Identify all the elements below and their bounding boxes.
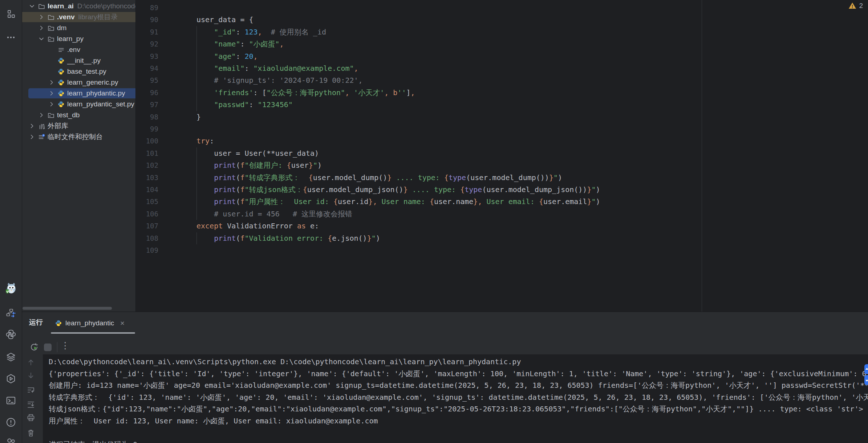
- chevron-right-icon[interactable]: [47, 101, 56, 108]
- tree-item-label: __init__.py: [67, 57, 101, 65]
- more-options-icon[interactable]: ⋮: [61, 340, 70, 351]
- tree-item-label: .venv: [57, 13, 75, 21]
- code-text: "age": 20,: [196, 50, 258, 62]
- line-number: 92: [137, 38, 158, 50]
- tree-item-label: dm: [57, 24, 66, 32]
- stop-button[interactable]: [44, 344, 52, 351]
- line-number: 102: [137, 159, 158, 171]
- tree-row-________[interactable]: 临时文件和控制台: [22, 131, 136, 142]
- code-text: print(f"转成json格式：{user.model_dump_json()…: [196, 184, 600, 196]
- line-number: 89: [137, 2, 158, 14]
- code-text: user_data = {: [196, 14, 253, 26]
- chevron-right-icon[interactable]: [37, 13, 46, 21]
- python-file-icon: [56, 101, 66, 107]
- chevron-right-icon[interactable]: [37, 111, 46, 119]
- users-icon[interactable]: [5, 436, 17, 443]
- scroll-marker-down[interactable]: [864, 375, 868, 385]
- code-text: "passwd": "123456": [196, 99, 293, 111]
- python-file-icon: [56, 68, 66, 75]
- tree-item-label: learn_generic.py: [67, 78, 118, 86]
- python-file-icon: [56, 57, 66, 64]
- soft-wrap-icon[interactable]: [27, 386, 35, 394]
- tree-item-label: test_db: [57, 111, 80, 119]
- line-number: 108: [137, 232, 158, 244]
- tree-row-__init__.py[interactable]: __init__.py: [22, 55, 136, 66]
- tree-row-test_db[interactable]: test_db: [22, 110, 136, 121]
- scroll-marker-up[interactable]: [864, 364, 868, 374]
- inspection-widget[interactable]: 2: [848, 2, 863, 10]
- chevron-right-icon[interactable]: [47, 90, 56, 97]
- run-tool-window: 运行 learn_phydantic ✕ ⋮: [22, 312, 868, 443]
- tree-item-label: 临时文件和控制台: [48, 132, 103, 142]
- scroll-to-end-icon[interactable]: [27, 400, 35, 409]
- code-text: try:: [196, 135, 214, 147]
- line-number: 100: [137, 135, 158, 147]
- problems-icon[interactable]: [5, 416, 17, 428]
- run-tab[interactable]: learn_phydantic ✕: [51, 315, 129, 332]
- close-icon[interactable]: ✕: [120, 320, 125, 327]
- tree-row-___[interactable]: 外部库: [22, 121, 136, 131]
- ai-mascot-icon[interactable]: [5, 283, 17, 295]
- tree-row-learn_generic.py[interactable]: learn_generic.py: [22, 77, 136, 88]
- run-tab-label: learn_phydantic: [65, 319, 114, 327]
- tree-item-label: learn_phydantic.py: [67, 89, 125, 97]
- code-text: user = User(**user_data): [196, 147, 319, 159]
- run-icon[interactable]: [5, 373, 17, 385]
- chevron-right-icon[interactable]: [37, 24, 46, 32]
- line-number: 96: [137, 87, 158, 99]
- line-number: 91: [137, 26, 158, 38]
- project-structure-icon[interactable]: [5, 8, 17, 20]
- chevron-right-icon[interactable]: [27, 133, 37, 141]
- rerun-button[interactable]: [29, 342, 39, 352]
- source-folder-icon: [46, 112, 56, 119]
- chevron-right-icon[interactable]: [27, 122, 37, 130]
- chevron-right-icon[interactable]: [47, 79, 56, 86]
- tree-row-base_test.py[interactable]: base_test.py: [22, 66, 136, 77]
- warning-icon: [848, 2, 856, 9]
- run-panel-title: 运行: [29, 318, 43, 327]
- up-arrow-icon[interactable]: [27, 358, 35, 367]
- tree-row-learn_ai[interactable]: learn_aiD:\code\pythoncode: [22, 1, 136, 12]
- code-text: print(f"用户属性： User id: {user.id}, User n…: [196, 196, 600, 208]
- clear-console-icon[interactable]: [27, 428, 35, 437]
- tree-item-label: base_test.py: [67, 68, 106, 76]
- run-console[interactable]: D:\code\pythoncode\learn_ai\.venv\Script…: [22, 354, 868, 443]
- tree-row-learn_py[interactable]: learn_py: [22, 33, 136, 44]
- tree-row-dm[interactable]: dm: [22, 23, 136, 33]
- pycharm-window: learn_aiD:\code\pythoncode.venvlibrary根目…: [0, 0, 868, 443]
- tree-row-.venv[interactable]: .venvlibrary根目录: [22, 12, 136, 23]
- console-gutter: [22, 354, 43, 443]
- chevron-down-icon[interactable]: [37, 35, 46, 42]
- tree-item-label: learn_py: [57, 35, 84, 43]
- code-text: print(f"创建用户: {user}"): [196, 159, 322, 171]
- project-horizontal-scrollbar[interactable]: [23, 307, 112, 310]
- warning-count: 2: [859, 2, 863, 10]
- code-text: 'friends': ["公众号：海哥python", '小天才', b''],: [196, 87, 415, 99]
- toolbar-divider: [57, 342, 57, 352]
- structure-icon[interactable]: [5, 307, 17, 320]
- down-arrow-icon[interactable]: [27, 371, 35, 380]
- python-packages-icon[interactable]: [5, 328, 17, 341]
- chevron-down-icon[interactable]: [27, 3, 37, 10]
- code-text: print(f"转成字典形式： {user.model_dump()} ....…: [196, 172, 562, 184]
- python-file-icon: [56, 79, 66, 86]
- code-text: }: [196, 111, 201, 123]
- python-file-icon: [55, 320, 62, 326]
- more-tool-windows-icon[interactable]: [5, 31, 17, 44]
- tree-row-.env[interactable]: .env: [22, 44, 136, 55]
- line-number: 94: [137, 62, 158, 74]
- line-number: 104: [137, 184, 158, 196]
- code-editor[interactable]: 8990user_data = {91 "_id": 123, # 使用别名 _…: [136, 0, 868, 312]
- folder-icon: [37, 3, 46, 10]
- terminal-icon[interactable]: [5, 394, 17, 407]
- line-number: 105: [137, 196, 158, 208]
- line-number: 106: [137, 208, 158, 220]
- print-icon[interactable]: [27, 413, 35, 422]
- line-number: 97: [137, 99, 158, 111]
- services-icon[interactable]: [5, 351, 17, 363]
- code-text: "_id": 123, # 使用别名 _id: [196, 26, 326, 38]
- scratches-icon: [37, 134, 46, 141]
- tree-row-learn_phydantic.py[interactable]: learn_phydantic.py: [22, 88, 136, 99]
- python-file-icon: [56, 90, 66, 97]
- tree-row-learn_pydantic_set.py[interactable]: learn_pydantic_set.py: [22, 99, 136, 110]
